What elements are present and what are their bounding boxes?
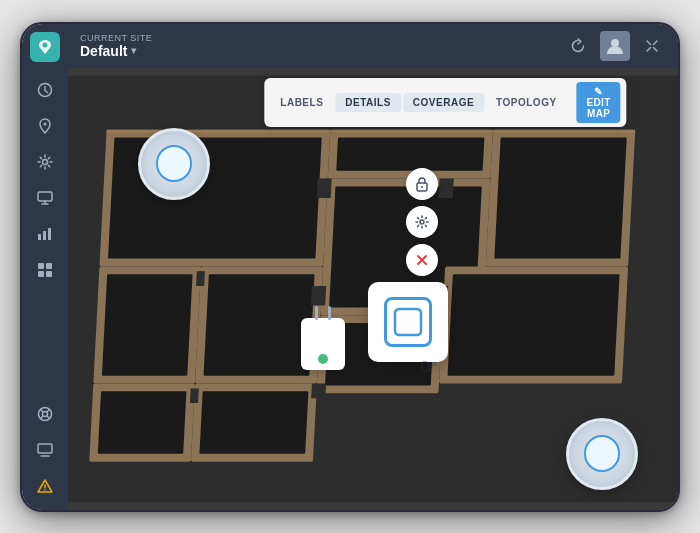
access-point-1[interactable]	[138, 128, 210, 200]
svg-rect-42	[196, 271, 205, 286]
svg-rect-43	[190, 388, 199, 403]
svg-rect-31	[448, 274, 620, 376]
svg-rect-8	[38, 263, 44, 269]
site-label: CURRENT SITE	[80, 33, 152, 43]
svg-point-16	[611, 39, 619, 47]
router-status-led	[318, 354, 328, 364]
svg-rect-39	[311, 285, 326, 305]
topbar: CURRENT SITE Default ▾	[68, 24, 678, 68]
svg-rect-7	[48, 228, 51, 240]
svg-point-50	[420, 220, 424, 224]
close-button[interactable]	[406, 244, 438, 276]
svg-rect-47	[493, 129, 635, 132]
main-content: CURRENT SITE Default ▾	[68, 24, 678, 510]
svg-rect-23	[494, 137, 626, 258]
svg-rect-14	[38, 444, 52, 453]
svg-rect-4	[38, 192, 52, 201]
tablet-shell: CURRENT SITE Default ▾	[20, 22, 680, 512]
sidebar-item-grid[interactable]	[29, 254, 61, 286]
cursor-icon: ☞	[420, 354, 438, 378]
svg-rect-11	[46, 271, 52, 277]
svg-rect-51	[395, 309, 421, 335]
router-device[interactable]	[298, 318, 348, 378]
coverage-button[interactable]: COVERAGE	[403, 93, 484, 112]
edit-map-button[interactable]: ✎ EDIT MAP	[577, 82, 621, 123]
sidebar	[22, 24, 68, 510]
site-name: Default ▾	[80, 43, 152, 59]
sidebar-bottom	[29, 398, 61, 502]
svg-rect-35	[199, 391, 308, 453]
sidebar-item-settings[interactable]	[29, 146, 61, 178]
map-area[interactable]: LABELS DETAILS COVERAGE TOPOLOGY ✎ EDIT …	[68, 68, 678, 510]
svg-rect-33	[98, 391, 187, 453]
topology-button[interactable]: TOPOLOGY	[486, 93, 567, 112]
app-container: CURRENT SITE Default ▾	[22, 24, 678, 510]
labels-button[interactable]: LABELS	[270, 93, 333, 112]
svg-point-2	[44, 122, 47, 125]
svg-rect-46	[330, 129, 493, 132]
lock-button[interactable]	[406, 168, 438, 200]
site-selector[interactable]: CURRENT SITE Default ▾	[80, 33, 152, 59]
svg-rect-21	[336, 137, 484, 170]
antenna-right	[328, 306, 331, 320]
svg-point-15	[44, 489, 46, 491]
device-card-icon	[384, 297, 432, 347]
antenna-left	[315, 306, 318, 320]
chevron-down-icon: ▾	[131, 45, 136, 56]
device-card[interactable]: ☞	[368, 282, 448, 362]
sidebar-logo[interactable]	[30, 32, 60, 62]
svg-rect-6	[43, 231, 46, 240]
sidebar-item-support[interactable]	[29, 398, 61, 430]
sidebar-item-alerts[interactable]	[29, 470, 61, 502]
svg-point-3	[43, 159, 48, 164]
svg-point-0	[43, 42, 48, 47]
svg-rect-5	[38, 234, 41, 240]
sidebar-item-devices[interactable]	[29, 182, 61, 214]
svg-point-49	[421, 186, 423, 188]
sidebar-item-display[interactable]	[29, 434, 61, 466]
settings-button[interactable]	[406, 206, 438, 238]
svg-rect-9	[46, 263, 52, 269]
sidebar-item-location[interactable]	[29, 110, 61, 142]
topbar-right	[564, 31, 666, 61]
svg-rect-38	[317, 178, 332, 198]
device-popup: ☞	[368, 168, 448, 362]
access-point-2[interactable]	[566, 418, 638, 490]
details-button[interactable]: DETAILS	[335, 93, 401, 112]
expand-button[interactable]	[638, 32, 666, 60]
sidebar-item-stats[interactable]	[29, 218, 61, 250]
svg-rect-25	[102, 274, 193, 376]
sidebar-item-clock[interactable]	[29, 74, 61, 106]
refresh-button[interactable]	[564, 32, 592, 60]
svg-rect-44	[311, 383, 326, 398]
map-toolbar: LABELS DETAILS COVERAGE TOPOLOGY ✎ EDIT …	[264, 78, 626, 127]
svg-rect-10	[38, 271, 44, 277]
avatar[interactable]	[600, 31, 630, 61]
